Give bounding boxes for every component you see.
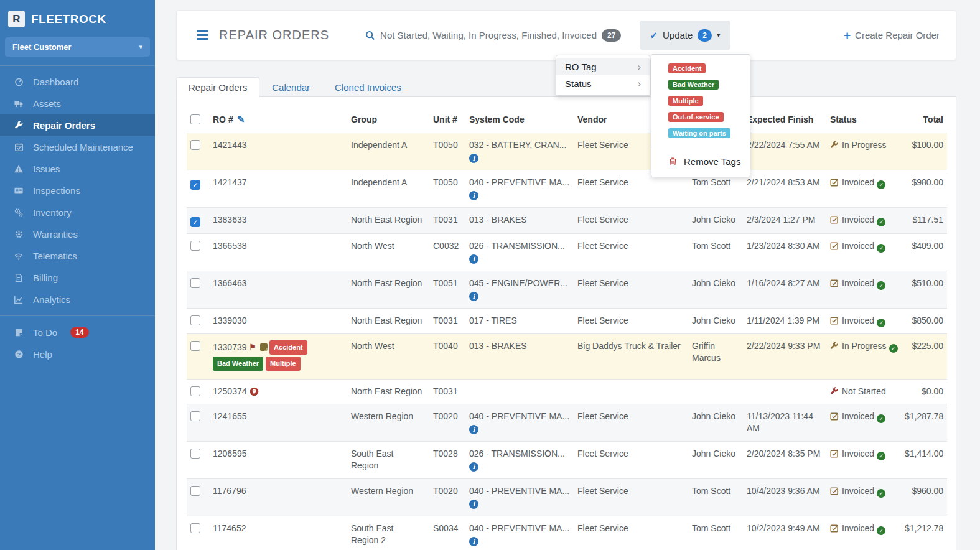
sidebar-item-help[interactable]: ?Help: [0, 343, 155, 365]
main-content: REPAIR ORDERS Not Started, Waiting, In P…: [155, 0, 980, 550]
cell-vendor: [574, 380, 688, 404]
invoice-checkbox-icon: [830, 215, 839, 224]
table-row: 1176796Western RegionT0020040 - PREVENTI…: [187, 479, 947, 516]
info-icon[interactable]: i: [469, 425, 478, 434]
sidebar-item-inventory[interactable]: Inventory: [0, 202, 155, 223]
info-icon[interactable]: i: [469, 191, 478, 200]
wrench-icon: [830, 141, 839, 149]
tag-option-row: Out-of-service: [651, 109, 750, 125]
cell-expected-finish: 1/11/2024 1:39 PM: [743, 309, 826, 334]
cell-technician: Tom Scott: [688, 234, 743, 271]
sidebar-item-warranties[interactable]: Warranties: [0, 223, 155, 245]
status-confirmed-check-icon: ✓: [877, 180, 885, 189]
row-checkbox[interactable]: [190, 278, 200, 288]
tag-option-accident[interactable]: Accident: [668, 63, 706, 73]
row-checkbox[interactable]: [190, 411, 200, 421]
wifi-icon: [12, 252, 25, 261]
tag-option-bad-weather[interactable]: Bad Weather: [668, 80, 719, 90]
sidebar-item-repair-orders[interactable]: Repair Orders: [0, 114, 155, 136]
create-repair-order-button[interactable]: + Create Repair Order: [844, 29, 940, 41]
cell-group: North West: [347, 234, 429, 271]
tab-cloned-invoices[interactable]: Cloned Invoices: [322, 77, 414, 98]
menu-item-ro-tag[interactable]: RO Tag›: [556, 58, 650, 75]
row-checkbox[interactable]: [190, 140, 200, 150]
wrench-icon: [12, 121, 25, 130]
status-label: Invoiced: [842, 486, 874, 496]
tag-option-row: Accident: [651, 60, 750, 77]
tag-option-waiting-on-parts[interactable]: Waiting on parts: [668, 128, 730, 138]
col-header-label: Status: [830, 114, 857, 124]
cell-ro: 1366463: [209, 271, 347, 309]
remove-tags-label: Remove Tags: [684, 156, 740, 167]
row-checkbox[interactable]: [190, 386, 200, 396]
row-checkbox[interactable]: [190, 486, 200, 496]
cell-expected-finish: 2/21/2024 8:53 AM: [743, 170, 826, 208]
cell-group: North East Region: [347, 309, 429, 334]
status-filter[interactable]: Not Started, Waiting, In Progress, Finis…: [365, 29, 621, 42]
edit-pencil-icon[interactable]: ✎: [237, 114, 245, 124]
row-checkbox[interactable]: ✓: [190, 180, 200, 190]
cell-status: Invoiced✓: [826, 208, 901, 234]
invoice-checkbox-icon: [830, 279, 839, 287]
sidebar-item-to-do[interactable]: To Do14: [0, 321, 155, 343]
chevron-right-icon: ›: [638, 62, 641, 72]
row-checkbox[interactable]: [190, 241, 200, 251]
cell-expected-finish: 11/13/2023 11:44 AM: [743, 404, 826, 442]
info-icon[interactable]: i: [469, 292, 478, 301]
col-header-label: RO #: [213, 114, 233, 124]
cell-status: In Progress: [826, 133, 901, 170]
cell-system-code: 013 - BRAKES: [465, 334, 574, 380]
system-code-text: 017 - TIRES: [469, 315, 570, 327]
cell-system-code: 040 - PREVENTIVE MA...i: [465, 170, 574, 208]
status-confirmed-check-icon: ✓: [889, 344, 898, 353]
sidebar-item-inspections[interactable]: Inspections: [0, 180, 155, 202]
row-checkbox[interactable]: [190, 315, 200, 325]
sidebar-item-label: Scheduled Maintenance: [33, 142, 133, 152]
info-icon[interactable]: i: [469, 537, 478, 546]
row-checkbox[interactable]: [190, 341, 200, 351]
cell-select: [187, 404, 209, 442]
tag-option-out-of-service[interactable]: Out-of-service: [668, 112, 724, 122]
cell-expected-finish: 2/3/2024 1:27 PM: [743, 208, 826, 234]
info-icon[interactable]: i: [469, 462, 478, 472]
menu-toggle-icon[interactable]: [197, 29, 208, 42]
info-icon[interactable]: i: [469, 254, 478, 264]
sidebar-item-dashboard[interactable]: Dashboard: [0, 71, 155, 93]
info-icon[interactable]: i: [469, 154, 478, 163]
cell-select: [187, 234, 209, 271]
row-checkbox[interactable]: ✓: [190, 217, 200, 227]
sidebar-item-scheduled-maintenance[interactable]: Scheduled Maintenance: [0, 136, 155, 158]
ro-tag-submenu: AccidentBad WeatherMultipleOut-of-servic…: [651, 54, 750, 177]
system-code-text: 026 - TRANSMISSION...: [469, 240, 570, 252]
sidebar-item-telematics[interactable]: Telematics: [0, 245, 155, 267]
status-label: Invoiced: [842, 241, 874, 251]
row-checkbox[interactable]: [190, 449, 200, 459]
sidebar-item-label: Telematics: [33, 251, 77, 261]
cell-technician: [688, 380, 743, 404]
repair-orders-panel: RO #✎GroupUnit #System CodeVendorExpecte…: [176, 96, 956, 550]
row-checkbox[interactable]: [190, 523, 200, 533]
cell-expected-finish: 1/23/2024 8:30 AM: [743, 234, 826, 271]
tag-option-multiple[interactable]: Multiple: [668, 96, 703, 106]
table-row: 1330739⚑AccidentBad WeatherMultipleNorth…: [187, 334, 947, 380]
tab-repair-orders[interactable]: Repair Orders: [176, 77, 259, 98]
info-icon[interactable]: i: [469, 500, 478, 509]
sidebar-item-analytics[interactable]: Analytics: [0, 289, 155, 310]
cell-ro: 1241655: [209, 404, 347, 442]
menu-item-status[interactable]: Status›: [556, 75, 650, 92]
cell-unit: T0051: [429, 271, 465, 309]
remove-tags-item[interactable]: Remove Tags: [651, 151, 750, 172]
select-all-checkbox[interactable]: [190, 114, 200, 124]
filter-count-badge: 27: [602, 29, 621, 42]
col-header-label: Vendor: [577, 114, 607, 124]
tab-calendar[interactable]: Calendar: [259, 77, 322, 98]
customer-select[interactable]: Fleet Customer ▾: [5, 37, 150, 57]
sidebar-item-issues[interactable]: Issues: [0, 158, 155, 180]
sidebar-item-billing[interactable]: Billing: [0, 267, 155, 289]
sidebar-item-assets[interactable]: Assets: [0, 93, 155, 114]
cell-ro: 1250374: [209, 380, 347, 404]
update-button[interactable]: ✓ Update 2 ▾: [640, 21, 730, 50]
cell-unit: T0028: [429, 442, 465, 479]
invoice-checkbox-icon: [830, 178, 839, 187]
cell-ro: 1330739⚑AccidentBad WeatherMultiple: [209, 334, 347, 380]
